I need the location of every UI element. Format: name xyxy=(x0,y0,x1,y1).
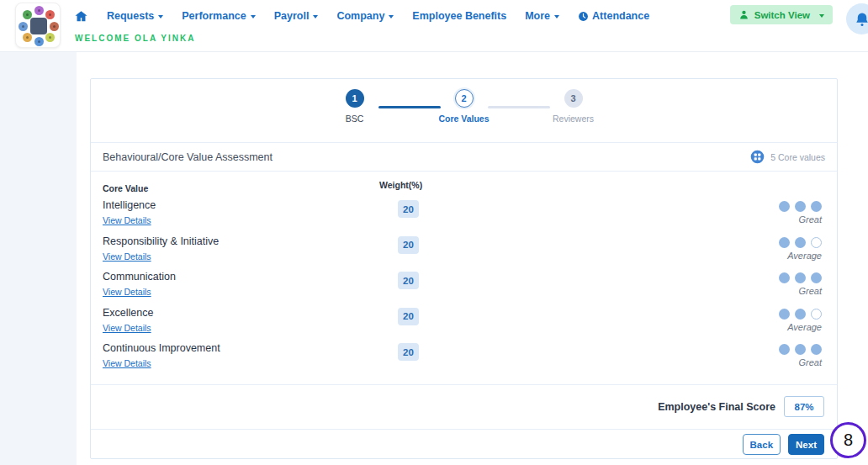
nav-item-performance[interactable]: Performance xyxy=(182,10,255,22)
home-icon[interactable] xyxy=(74,9,88,24)
weight-value[interactable]: 20 xyxy=(398,200,419,218)
step-label: Reviewers xyxy=(553,114,594,124)
rating-label: Great xyxy=(798,286,822,296)
weight-value[interactable]: 20 xyxy=(398,236,419,254)
chevron-down-icon xyxy=(819,14,824,18)
rating-dots xyxy=(779,201,822,212)
core-value-name: Continuous Improvement xyxy=(103,342,825,355)
logo-center-square xyxy=(30,18,47,34)
rating-dots xyxy=(779,272,822,283)
notifications-button[interactable] xyxy=(846,3,868,34)
page-body: 1 BSC 2 Core Values 3 Reviewers Behaviou… xyxy=(0,52,868,465)
column-weight: Weight(%) xyxy=(379,180,422,190)
step-reviewers[interactable]: 3 Reviewers xyxy=(550,89,597,124)
rating-dot[interactable] xyxy=(795,344,806,355)
chevron-down-icon xyxy=(158,15,163,18)
rating-label: Average xyxy=(787,251,822,261)
rating-dot[interactable] xyxy=(779,309,790,320)
final-score-value: 87% xyxy=(784,396,824,417)
rating-dot[interactable] xyxy=(779,272,790,283)
stepper: 1 BSC 2 Core Values 3 Reviewers xyxy=(91,79,837,142)
logo-dot xyxy=(50,22,59,31)
rating-dots xyxy=(779,309,822,320)
step-core-values[interactable]: 2 Core Values xyxy=(441,89,488,124)
top-navbar: Requests Performance Payroll Company Emp… xyxy=(0,0,868,52)
logo-dot xyxy=(23,33,32,42)
final-score-row: Employee's Final Score 87% xyxy=(91,384,837,429)
step-bsc[interactable]: 1 BSC xyxy=(331,89,378,124)
step-label: Core Values xyxy=(438,114,489,124)
view-details-link[interactable]: View Details xyxy=(103,358,151,369)
back-button[interactable]: Back xyxy=(743,434,781,455)
rating-dot[interactable] xyxy=(795,237,806,248)
step-circle[interactable]: 2 xyxy=(455,89,474,108)
core-value-name: Excellence xyxy=(103,307,825,320)
app-logo[interactable] xyxy=(15,3,61,48)
weight-value[interactable]: 20 xyxy=(398,343,419,361)
table-header: Core Value Weight(%) xyxy=(91,172,837,197)
core-value-name: Intelligence xyxy=(103,199,825,212)
left-sidebar-strip xyxy=(0,52,77,465)
table-row: Responsibility & Initiative View Details… xyxy=(91,233,837,269)
rating-dot[interactable] xyxy=(779,344,790,355)
view-details-link[interactable]: View Details xyxy=(103,323,151,334)
logo-dot xyxy=(19,22,28,31)
rating-dot[interactable] xyxy=(811,272,822,283)
rating-dot[interactable] xyxy=(779,237,790,248)
nav-item-more[interactable]: More xyxy=(525,10,559,22)
chevron-down-icon xyxy=(389,15,394,18)
step-label: BSC xyxy=(346,114,364,124)
stepper-connector xyxy=(378,106,441,108)
core-value-name: Communication xyxy=(103,271,825,283)
weight-value[interactable]: 20 xyxy=(398,308,419,325)
weight-value[interactable]: 20 xyxy=(398,272,419,289)
nav-item-employee-benefits[interactable]: Employee Benefits xyxy=(412,10,506,22)
step-circle[interactable]: 3 xyxy=(564,89,583,108)
view-details-link[interactable]: View Details xyxy=(103,251,151,262)
stepper-connector xyxy=(488,106,550,108)
rating-dot[interactable] xyxy=(811,344,822,355)
core-value-name: Responsibility & Initiative xyxy=(103,235,825,248)
step-circle[interactable]: 1 xyxy=(346,89,364,108)
view-details-link[interactable]: View Details xyxy=(103,215,151,226)
rating-dot[interactable] xyxy=(779,201,790,212)
next-button[interactable]: Next xyxy=(788,434,824,455)
rating-dot[interactable] xyxy=(811,237,822,248)
nav-menu: Requests Performance Payroll Company Emp… xyxy=(74,7,649,25)
rating-label: Great xyxy=(798,357,822,367)
table-row: Continuous Improvement View Details 20 G… xyxy=(91,340,837,376)
rating-dot[interactable] xyxy=(811,201,822,212)
core-value-rows: Intelligence View Details 20 Great Respo… xyxy=(91,197,837,384)
nav-item-payroll[interactable]: Payroll xyxy=(274,10,319,22)
switch-view-button[interactable]: Switch View xyxy=(730,5,833,24)
core-values-count: 5 Core values xyxy=(750,150,825,164)
nav-item-attendance[interactable]: Attendance xyxy=(578,10,649,22)
chevron-down-icon xyxy=(554,15,559,18)
column-core-value: Core Value xyxy=(103,183,148,193)
core-values-count-text: 5 Core values xyxy=(770,152,825,162)
logo-dot xyxy=(45,10,55,19)
logo-dot xyxy=(45,33,55,42)
screen: Requests Performance Payroll Company Emp… xyxy=(0,0,868,465)
assessment-card: 1 BSC 2 Core Values 3 Reviewers Behaviou… xyxy=(90,78,838,459)
rating-dots xyxy=(779,237,822,248)
logo-dot xyxy=(34,37,44,46)
nav-item-requests[interactable]: Requests xyxy=(107,10,163,22)
rating: Great xyxy=(779,272,822,296)
clock-icon xyxy=(578,11,589,22)
person-icon xyxy=(738,9,749,20)
table-row: Communication View Details 20 Great xyxy=(91,268,837,304)
final-score-label: Employee's Final Score xyxy=(658,401,775,413)
view-details-link[interactable]: View Details xyxy=(103,287,151,298)
nav-item-company[interactable]: Company xyxy=(336,10,394,22)
footer-actions: Back Next xyxy=(91,429,837,460)
table-row: Intelligence View Details 20 Great xyxy=(91,197,837,233)
rating-dot[interactable] xyxy=(795,309,806,320)
rating-dot[interactable] xyxy=(811,309,822,320)
annotation-marker-8: 8 xyxy=(830,422,866,458)
section-header: Behavioural/Core Value Assessment 5 Core… xyxy=(91,142,837,172)
rating-label: Average xyxy=(787,322,822,332)
rating-dot[interactable] xyxy=(795,201,806,212)
welcome-text: WELCOME OLA YINKA xyxy=(75,34,195,43)
rating-dot[interactable] xyxy=(795,272,806,283)
